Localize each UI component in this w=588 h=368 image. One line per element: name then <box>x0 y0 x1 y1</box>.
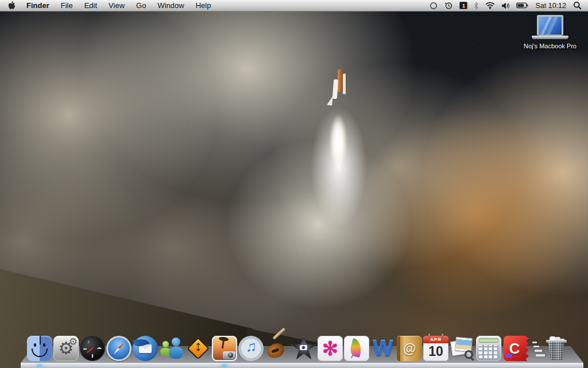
messenger-icon <box>159 336 184 361</box>
dock-item-dashboard[interactable]: ♪ ☁ <box>79 334 106 361</box>
thunderbird-icon <box>133 336 158 361</box>
bluetooth-icon[interactable] <box>473 0 480 11</box>
dock-item-safari[interactable] <box>106 334 132 361</box>
imovie-camcorder <box>300 345 307 350</box>
preview-icon <box>450 336 475 361</box>
safari-needle <box>113 342 125 355</box>
dashboard-icon: ♪ ☁ <box>80 336 105 361</box>
dock-shelf-front <box>21 363 583 368</box>
menu-item-go[interactable]: Go <box>130 0 152 11</box>
safari-compass-icon <box>106 336 131 361</box>
ical-binder-ring <box>428 334 430 338</box>
dock-item-photoshop-elements[interactable]: ✻ <box>317 334 343 361</box>
photoshop-elements-flower-icon: ✻ <box>318 336 343 361</box>
time-machine-icon[interactable] <box>443 0 454 11</box>
dock-item-finder[interactable] <box>26 334 53 361</box>
dock-item-garageband[interactable] <box>264 334 291 361</box>
desktop-icon-computer[interactable]: Noj's Macbook Pro <box>517 15 583 49</box>
volume-icon[interactable] <box>500 0 511 11</box>
dock-item-iphoto[interactable] <box>211 334 238 361</box>
guitar-neck <box>273 328 286 340</box>
word-icon: W <box>370 336 396 361</box>
guitar-body <box>265 342 286 361</box>
trash-icon <box>544 336 569 361</box>
spaces-icon[interactable]: 1 <box>458 0 469 11</box>
shuttle-external-tank <box>338 69 343 92</box>
dock-item-calculator[interactable] <box>475 334 502 361</box>
address-book-icon: @ <box>397 336 422 361</box>
separator-dash <box>532 342 537 343</box>
calculator-display <box>479 338 498 343</box>
finder-face-line <box>40 336 41 344</box>
finder-smile <box>32 348 48 357</box>
wifi-icon[interactable] <box>484 0 496 11</box>
ical-binder-ring <box>442 334 443 338</box>
menu-item-finder[interactable]: Finder <box>21 0 55 11</box>
feather-icon <box>349 338 364 358</box>
apple-icon <box>8 1 16 10</box>
shuttle-wing <box>327 95 333 106</box>
shuttle-booster <box>343 74 346 94</box>
desktop-icon-label: Noj's Macbook Pro <box>524 43 577 49</box>
dashboard-cloud-glyph: ☁ <box>96 344 102 350</box>
wallpaper-space-shuttle-launch <box>0 0 588 368</box>
dock-item-word[interactable]: W <box>370 334 396 361</box>
menu-item-file[interactable]: File <box>55 0 79 11</box>
messenger-blue-body <box>169 347 183 359</box>
dock-separator <box>528 334 543 361</box>
menu-bar-left: Finder File Edit View Go Window Help <box>0 0 216 11</box>
menu-item-edit[interactable]: Edit <box>79 0 103 11</box>
dock-item-itunes[interactable]: ♫ <box>238 334 264 361</box>
separator-dash <box>533 346 539 347</box>
messenger-green-person <box>163 341 169 347</box>
road-sign-icon: ↕ <box>185 336 211 361</box>
at-sign-glyph: @ <box>403 341 416 356</box>
dock-items: ⚙ ⚙ ♪ ☁ <box>26 334 570 361</box>
dock-item-messenger[interactable] <box>158 334 185 361</box>
menu-bar: Finder File Edit View Go Window Help 1 <box>0 0 588 12</box>
dock-item-trash[interactable] <box>543 334 570 361</box>
system-preferences-icon: ⚙ ⚙ <box>53 336 79 361</box>
calculator-keys <box>479 345 498 358</box>
flower-icon: ✻ <box>322 339 339 358</box>
dock-item-speed-download[interactable]: ↕ <box>185 334 211 361</box>
menu-item-view[interactable]: View <box>103 0 130 11</box>
desktop-screen: Finder File Edit View Go Window Help 1 <box>0 0 588 368</box>
crossover-icon: C <box>504 336 529 361</box>
dock-item-ical[interactable]: APR 10 <box>423 334 449 361</box>
messenger-blue-person <box>172 338 180 346</box>
apple-menu[interactable] <box>0 0 21 11</box>
menu-item-help[interactable]: Help <box>190 0 217 11</box>
trash-basket <box>548 342 565 360</box>
macbook-icon <box>531 15 569 40</box>
sync-icon[interactable] <box>428 0 439 11</box>
dock-item-imovie[interactable] <box>291 334 317 361</box>
menu-bar-clock[interactable]: Sat 10:12 <box>533 2 568 10</box>
garageband-guitar-icon <box>265 336 290 361</box>
dock-item-address-book[interactable]: @ <box>396 334 423 361</box>
shuttle-exhaust-flame <box>330 114 347 169</box>
word-letter: W <box>373 336 393 361</box>
dock-item-system-preferences[interactable]: ⚙ ⚙ <box>53 334 79 361</box>
dashboard-note-glyph: ♪ <box>87 339 90 344</box>
dock-item-preview[interactable] <box>449 334 475 361</box>
dashboard-needle <box>87 347 94 353</box>
music-note-icon: ♫ <box>238 338 264 355</box>
photoshop-feather-icon <box>344 336 369 361</box>
space-shuttle <box>326 64 361 168</box>
dock-item-thunderbird[interactable] <box>132 334 158 361</box>
spaces-number: 1 <box>459 2 467 9</box>
spotlight-icon[interactable] <box>572 0 583 11</box>
battery-icon[interactable] <box>515 0 529 11</box>
gear-small-icon: ⚙ <box>69 336 78 348</box>
up-down-arrow-icon: ↕ <box>185 338 211 354</box>
menu-item-window[interactable]: Window <box>152 0 189 11</box>
finder-icon <box>27 336 52 361</box>
macbook-base <box>532 36 568 39</box>
dock-item-crossover[interactable]: C <box>502 334 528 361</box>
itunes-cd-icon: ♫ <box>238 336 264 361</box>
dock-item-photoshop[interactable] <box>343 334 370 361</box>
shuttle-orbiter <box>332 79 338 99</box>
macbook-screen <box>537 15 563 36</box>
iphoto-camera <box>223 351 235 359</box>
